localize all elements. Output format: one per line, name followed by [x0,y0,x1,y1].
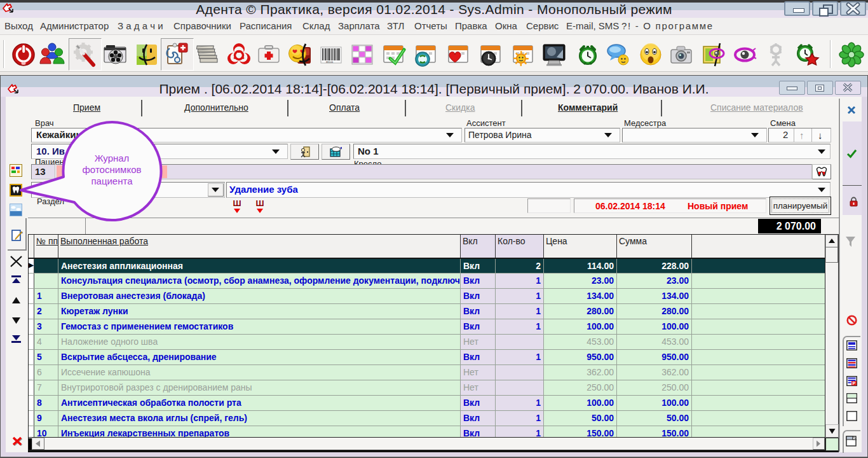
svg-text:P: P [853,381,856,385]
svg-text:88106: 88106 [326,60,334,64]
